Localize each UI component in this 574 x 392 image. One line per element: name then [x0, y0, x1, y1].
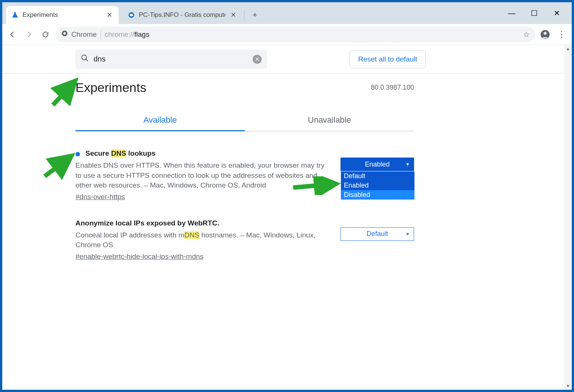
flags-page: ✕ Reset all to default Experiments 80.0.…	[2, 45, 564, 390]
flag-row-dns-over-https: Secure DNS lookups Enables DNS over HTTP…	[75, 149, 414, 201]
flags-topbar: ✕ Reset all to default	[2, 45, 564, 74]
select-value: Default	[366, 230, 388, 238]
url-text: chrome://flags	[105, 30, 149, 39]
option-default[interactable]: Default	[341, 171, 414, 181]
browser-toolbar: Chrome chrome://flags ☆ ⋮	[2, 24, 572, 45]
flag-title: Anonymize local IPs exposed by WebRTC.	[75, 219, 219, 227]
tab-available[interactable]: Available	[75, 110, 245, 131]
profile-button[interactable]	[539, 28, 551, 41]
scroll-up-icon[interactable]: ▲	[564, 45, 572, 53]
chevron-down-icon: ▼	[405, 162, 410, 167]
option-enabled[interactable]: Enabled	[341, 181, 414, 190]
new-tab-button[interactable]: +	[248, 8, 262, 22]
flag-select[interactable]: Default ▼	[340, 227, 414, 241]
svg-point-5	[544, 32, 547, 35]
close-tab-icon[interactable]: ✕	[105, 11, 113, 19]
minimize-icon[interactable]: —	[508, 9, 515, 18]
svg-rect-1	[130, 14, 133, 16]
flags-body: Experiments 80.0.3987.100 Available Unav…	[2, 74, 564, 261]
tab-divider	[244, 11, 244, 20]
kebab-menu-icon[interactable]: ⋮	[555, 28, 568, 41]
svg-point-3	[63, 32, 66, 35]
flag-anchor-link[interactable]: #dns-over-https	[75, 193, 125, 201]
version-label: 80.0.3987.100	[371, 84, 414, 92]
reset-all-button[interactable]: Reset all to default	[350, 50, 426, 68]
window-controls: — ☐ ✕	[508, 2, 572, 24]
scrollbar[interactable]: ▲ ▼	[564, 45, 572, 390]
site-chip: Chrome	[61, 30, 97, 39]
chip-label: Chrome	[71, 30, 97, 39]
tab-unavailable[interactable]: Unavailable	[245, 110, 414, 131]
flag-select[interactable]: Enabled ▼ Default Enabled Disabled	[340, 158, 414, 171]
tab-experiments[interactable]: Experiments ✕	[6, 6, 119, 24]
tab-title: PC-Tips.INFO - Gratis computer t	[139, 11, 225, 19]
scroll-down-icon[interactable]: ▼	[564, 382, 572, 390]
browser-window: Experiments ✕ PC-Tips.INFO - Gratis comp…	[2, 2, 572, 390]
close-window-icon[interactable]: ✕	[553, 9, 560, 18]
chrome-icon	[61, 30, 68, 39]
search-input[interactable]	[93, 55, 248, 63]
flag-description: Conceal local IP addresses with mDNS hos…	[75, 230, 329, 250]
page-content: ▲ ▼ ✕ Reset all to default Experiments 8…	[2, 45, 572, 390]
page-title: Experiments	[75, 80, 146, 95]
forward-button[interactable]	[23, 28, 35, 41]
search-icon	[81, 54, 89, 64]
flag-row-webrtc-mdns: Anonymize local IPs exposed by WebRTC. C…	[75, 219, 414, 261]
maximize-icon[interactable]: ☐	[530, 9, 538, 18]
modified-dot-icon	[75, 152, 80, 156]
back-button[interactable]	[6, 28, 19, 41]
site-icon	[128, 11, 135, 19]
svg-point-6	[82, 55, 87, 60]
address-bar[interactable]: Chrome chrome://flags ☆	[56, 27, 535, 42]
flag-description: Enables DNS over HTTPS. When this featur…	[75, 161, 329, 191]
flask-icon	[11, 11, 19, 19]
flags-tabs: Available Unavailable	[75, 110, 414, 131]
flags-search[interactable]: ✕	[75, 50, 267, 69]
option-disabled[interactable]: Disabled	[341, 190, 414, 200]
clear-search-icon[interactable]: ✕	[253, 55, 262, 64]
flag-title: Secure DNS lookups	[85, 149, 155, 157]
tab-title: Experiments	[23, 11, 58, 19]
chip-divider	[101, 30, 101, 39]
select-value: Enabled	[365, 161, 390, 168]
reload-button[interactable]	[39, 28, 52, 41]
bookmark-star-icon[interactable]: ☆	[523, 30, 530, 39]
flag-anchor-link[interactable]: #enable-webrtc-hide-local-ips-with-mdns	[75, 252, 203, 261]
svg-line-7	[86, 59, 88, 62]
chevron-down-icon: ▼	[405, 231, 410, 237]
flag-select-dropdown: Default Enabled Disabled	[341, 171, 414, 200]
tab-strip: Experiments ✕ PC-Tips.INFO - Gratis comp…	[2, 2, 572, 24]
tab-pctips[interactable]: PC-Tips.INFO - Gratis computer t ✕	[122, 6, 243, 24]
close-tab-icon[interactable]: ✕	[229, 11, 237, 19]
